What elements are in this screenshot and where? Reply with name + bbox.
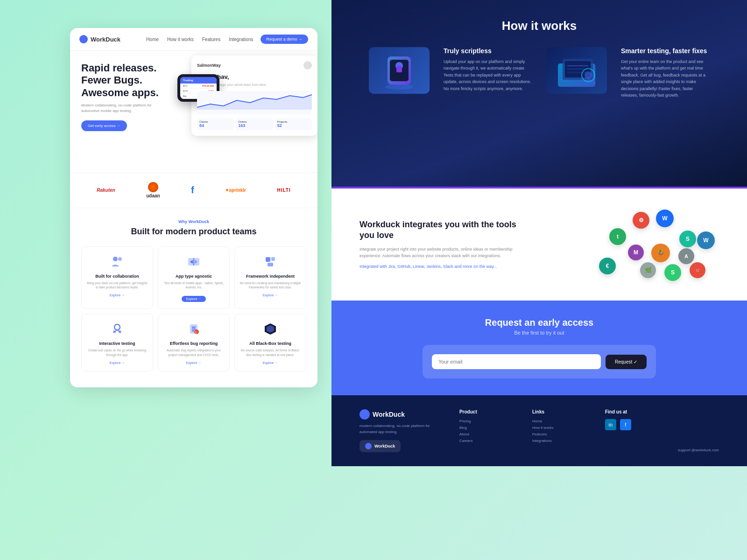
brand-sprinklr: ✦sprinklr xyxy=(225,188,246,193)
svg-rect-5 xyxy=(271,257,275,261)
app-name: SalmonWay xyxy=(197,63,221,68)
footer-links-col: Links Home How it works Features Integra… xyxy=(532,409,586,445)
feature-6-title: All Black-Box testing xyxy=(240,341,301,346)
how-it-works-section: How it works xyxy=(331,0,747,187)
footer-brand: WorkDuck modern collaborating, no-code p… xyxy=(359,409,441,452)
framework-icon xyxy=(262,253,279,270)
logo: WorkDuck xyxy=(79,35,120,43)
hero-section: Rapid releases. Fewer Bugs. Awesome apps… xyxy=(70,51,317,172)
nav-how[interactable]: How it works xyxy=(167,37,194,42)
feature-2-title: App type agnostic xyxy=(163,274,225,279)
footer-badge: WorkDuck xyxy=(359,440,401,452)
integrations-icons: ⚙ W t S M 🦆 A W € 🌿 S ○ xyxy=(549,207,719,282)
svg-text:!: ! xyxy=(196,330,197,335)
tool-t: t xyxy=(609,228,626,245)
feature-3-explore[interactable]: Explore → xyxy=(240,294,301,297)
why-section: Why WorkDuck Built for modern product te… xyxy=(70,208,317,387)
feature-5-explore[interactable]: Explore → xyxy=(163,361,225,364)
integrations-subtitle: Integrate your project right into your w… xyxy=(359,246,530,259)
udaan-label: udaan xyxy=(146,193,160,198)
hero-heading: Rapid releases. Fewer Bugs. Awesome apps… xyxy=(81,62,175,99)
footer-pricing[interactable]: Pricing xyxy=(459,419,514,423)
integrations-highlight: Integrated with Jira, GitHub, Linear, Je… xyxy=(359,263,530,270)
svg-point-1 xyxy=(118,257,122,261)
footer-logo: WorkDuck xyxy=(359,409,441,420)
footer-social-col: Find us at in f xyxy=(605,409,659,430)
right-panel: How it works xyxy=(331,0,747,560)
projects-card: Projects 52 xyxy=(275,118,312,130)
request-demo-button[interactable]: Request a demo → xyxy=(261,35,308,44)
tool-s2: S xyxy=(664,264,681,281)
brands-row: Rakuten udaan f ✦sprinklr HILTI xyxy=(81,182,306,198)
facebook-button[interactable]: f xyxy=(620,419,631,430)
footer-product-title: Product xyxy=(459,409,514,414)
footer-careers[interactable]: Careers xyxy=(459,439,514,443)
feature-6-explore[interactable]: Explore → xyxy=(240,361,301,364)
tool-m: M xyxy=(628,245,644,260)
orders-val: 163 xyxy=(238,123,270,128)
tool-gear: ⚙ xyxy=(633,212,649,229)
brand-hilti: HILTI xyxy=(277,188,290,193)
feature-bug-reporting: ! Effortless bug reporting Automatic bug… xyxy=(158,314,230,371)
nav-integrations[interactable]: Integrations xyxy=(229,37,253,42)
tool-a: A xyxy=(678,248,694,264)
request-title: Request an early access xyxy=(485,317,593,328)
phone-header: Trading xyxy=(180,77,217,84)
tool-circle: ○ xyxy=(690,262,705,278)
badge-text: WorkDuck xyxy=(374,444,395,448)
bug-icon: ! xyxy=(185,321,202,337)
footer-link-integrations[interactable]: Integrations xyxy=(532,439,586,443)
brand-facebook: f xyxy=(191,185,194,196)
udaan-logo-icon xyxy=(148,182,158,192)
how-item-faster: Smarter testing, faster fixes Get your e… xyxy=(546,47,710,98)
get-early-access-button[interactable]: Get early access → xyxy=(81,120,127,131)
nav-links: Home How it works Features Integrations xyxy=(146,37,253,42)
feature-2-desc: Test all kinds of mobile apps - native, … xyxy=(163,281,225,290)
tool-duck: 🦆 xyxy=(651,244,670,262)
footer-link-how[interactable]: How it works xyxy=(532,426,586,430)
tool-w1: W xyxy=(656,210,674,227)
brand-rakuten: Rakuten xyxy=(97,188,115,193)
clients-card: Clients 84 xyxy=(197,118,234,130)
faster-desc: Get your entire team on the product and … xyxy=(621,58,710,98)
brand-udaan: udaan xyxy=(146,182,160,198)
feature-5-title: Effortless bug reporting xyxy=(163,341,225,346)
request-submit-button[interactable]: Request ✓ xyxy=(606,355,647,369)
brands-section: Rakuten udaan f ✦sprinklr HILTI xyxy=(70,172,317,208)
logo-text: WorkDuck xyxy=(91,36,120,43)
feature-4-explore[interactable]: Explore → xyxy=(86,361,148,364)
left-panel: WorkDuck Home How it works Features Inte… xyxy=(0,0,331,560)
footer-blog[interactable]: Blog xyxy=(459,426,514,430)
scriptless-desc: Upload your app on our platform and simp… xyxy=(444,58,532,92)
feature-1-explore[interactable]: Explore → xyxy=(86,294,148,297)
tool-leaf: 🌿 xyxy=(640,262,656,278)
footer-link-home[interactable]: Home xyxy=(532,419,586,423)
navbar: WorkDuck Home How it works Features Inte… xyxy=(70,28,317,51)
svg-rect-4 xyxy=(266,257,270,262)
integrations-text: Workduck integrates you with the tools y… xyxy=(359,219,530,270)
feature-framework: Framework independent No need for creati… xyxy=(234,246,306,309)
feature-3-title: Framework independent xyxy=(240,274,301,279)
feature-agnostic: App type agnostic Test all kinds of mobi… xyxy=(158,246,230,309)
footer-about[interactable]: About xyxy=(459,432,514,436)
features-grid-top: Built for collaboration Bring your team … xyxy=(81,246,306,309)
how-item-scriptless: Truly scriptless Upload your app on our … xyxy=(369,47,532,98)
svg-point-24 xyxy=(385,84,413,90)
linkedin-button[interactable]: in xyxy=(605,419,616,430)
features-grid-bottom: Interactive testing Create test cases on… xyxy=(81,314,306,371)
integrations-title: Workduck integrates you with the tools y… xyxy=(359,219,530,241)
email-input[interactable] xyxy=(432,354,601,369)
agnostic-icon xyxy=(185,253,202,270)
feature-2-explore-btn[interactable]: Explore → xyxy=(182,296,206,302)
revenue-chart xyxy=(197,91,312,114)
clients-val: 84 xyxy=(199,123,232,128)
footer-social-links: in f xyxy=(605,419,659,430)
nav-features[interactable]: Features xyxy=(202,37,220,42)
nav-home[interactable]: Home xyxy=(146,37,159,42)
projects-val: 52 xyxy=(277,123,310,128)
footer-link-features[interactable]: Features xyxy=(532,432,586,436)
feature-5-desc: Automatic bug reports integrated to your… xyxy=(163,348,225,357)
request-form: Request ✓ xyxy=(423,345,656,378)
svg-point-32 xyxy=(585,71,592,79)
feature-1-title: Built for collaboration xyxy=(86,274,148,279)
